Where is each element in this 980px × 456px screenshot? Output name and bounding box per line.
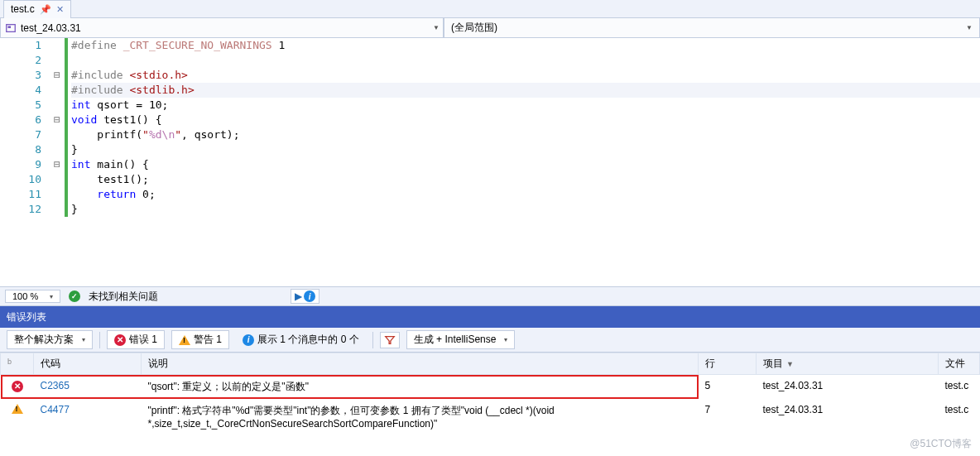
error-project: test_24.03.31 xyxy=(757,399,939,434)
error-line: 5 xyxy=(699,375,757,400)
error-list-title: 错误列表 xyxy=(0,306,980,328)
editor-status-bar: 100 % ▾ ✓ 未找到相关问题 ▶ i xyxy=(0,286,980,306)
check-icon: ✓ xyxy=(69,290,80,302)
close-icon[interactable]: ✕ xyxy=(56,4,64,15)
warnings-count-label: 警告 1 xyxy=(194,333,222,347)
col-icon[interactable]: b xyxy=(1,353,34,375)
warning-icon xyxy=(179,335,190,345)
code-content[interactable]: #define _CRT_SECURE_NO_WARNINGS 1 #inclu… xyxy=(68,38,980,286)
fold-gutter[interactable]: ⊟ ⊟ ⊟ xyxy=(50,38,65,286)
chevron-down-icon: ▾ xyxy=(50,293,53,300)
messages-filter-button[interactable]: i 展示 1 个消息中的 0 个 xyxy=(236,331,366,348)
scope-dropdown-left[interactable]: test_24.03.31 ▼ xyxy=(0,18,444,37)
error-file: test.c xyxy=(939,375,980,400)
table-row[interactable]: ✕C2365"qsort": 重定义；以前的定义是"函数"5test_24.03… xyxy=(1,375,980,400)
sort-desc-icon: ▼ xyxy=(786,360,794,368)
scope-left-label: test_24.03.31 xyxy=(21,22,81,34)
scope-right-label: (全局范围) xyxy=(451,21,497,35)
svg-rect-1 xyxy=(8,26,12,28)
error-desc: "printf": 格式字符串"%d"需要类型"int"的参数，但可变参数 1 … xyxy=(142,399,699,434)
table-row[interactable]: C4477"printf": 格式字符串"%d"需要类型"int"的参数，但可变… xyxy=(1,399,980,434)
filter-icon xyxy=(384,334,396,346)
zoom-value: 100 % xyxy=(12,291,38,301)
error-code: C2365 xyxy=(34,375,142,400)
filter-button[interactable] xyxy=(380,332,400,348)
error-filter-bar: 整个解决方案 ▾ ✕ 错误 1 警告 1 i 展示 1 个消息中的 0 个 生成… xyxy=(0,328,980,353)
file-tab[interactable]: test.c 📌 ✕ xyxy=(3,0,71,18)
build-intellisense-dropdown[interactable]: 生成 + IntelliSense ▾ xyxy=(406,330,516,349)
col-code[interactable]: 代码 xyxy=(34,353,142,375)
scope-dropdown-right[interactable]: (全局范围) ▼ xyxy=(444,18,980,37)
nav-arrows[interactable]: ▶ i xyxy=(291,289,319,304)
chevron-down-icon: ▾ xyxy=(82,336,85,343)
pin-icon[interactable]: 📌 xyxy=(40,4,51,15)
separator xyxy=(99,332,100,348)
error-icon: ✕ xyxy=(114,334,126,346)
scope-filter-dropdown[interactable]: 整个解决方案 ▾ xyxy=(7,330,93,349)
code-editor[interactable]: 123456789101112 ⊟ ⊟ ⊟ #define _CRT_SECUR… xyxy=(0,38,980,286)
info-icon[interactable]: i xyxy=(304,290,315,302)
error-list-title-text: 错误列表 xyxy=(7,310,46,324)
col-desc[interactable]: 说明 xyxy=(142,353,699,375)
error-icon: ✕ xyxy=(12,381,23,392)
arrow-right-icon[interactable]: ▶ xyxy=(295,290,302,302)
errors-count-label: 错误 1 xyxy=(129,333,157,347)
error-table-header: b 代码 说明 行 项目▼ 文件 xyxy=(1,353,980,375)
col-line[interactable]: 行 xyxy=(699,353,757,375)
messages-count-label: 展示 1 个消息中的 0 个 xyxy=(257,333,359,347)
chevron-down-icon: ▼ xyxy=(966,24,973,31)
watermark: @51CTO博客 xyxy=(910,437,972,451)
info-icon: i xyxy=(243,334,254,346)
line-gutter: 123456789101112 xyxy=(0,38,50,286)
error-code: C4477 xyxy=(34,399,142,434)
warnings-filter-button[interactable]: 警告 1 xyxy=(171,330,229,349)
errors-filter-button[interactable]: ✕ 错误 1 xyxy=(107,330,165,349)
col-file[interactable]: 文件 xyxy=(939,353,980,375)
warning-icon xyxy=(12,404,23,414)
error-table: b 代码 说明 行 项目▼ 文件 ✕C2365"qsort": 重定义；以前的定… xyxy=(0,353,980,434)
col-project[interactable]: 项目▼ xyxy=(757,353,939,375)
zoom-dropdown[interactable]: 100 % ▾ xyxy=(5,290,60,303)
nav-bar: test_24.03.31 ▼ (全局范围) ▼ xyxy=(0,18,980,38)
tab-filename: test.c xyxy=(11,3,35,15)
project-icon xyxy=(4,22,17,35)
error-file: test.c xyxy=(939,399,980,434)
issues-status: 未找到相关问题 xyxy=(89,290,158,304)
tab-bar: test.c 📌 ✕ xyxy=(0,0,980,18)
chevron-down-icon: ▾ xyxy=(504,336,507,343)
chevron-down-icon: ▼ xyxy=(433,24,440,31)
error-line: 7 xyxy=(699,399,757,434)
scope-filter-label: 整个解决方案 xyxy=(14,333,74,347)
separator xyxy=(372,332,373,348)
build-intellisense-label: 生成 + IntelliSense xyxy=(414,333,497,347)
error-desc: "qsort": 重定义；以前的定义是"函数" xyxy=(142,375,699,400)
error-project: test_24.03.31 xyxy=(757,375,939,400)
